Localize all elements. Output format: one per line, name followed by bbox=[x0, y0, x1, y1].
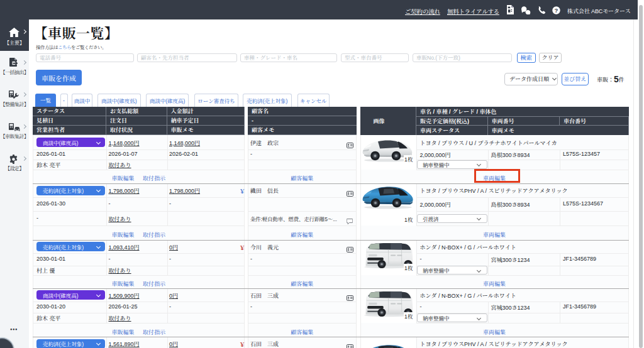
svg-text:?: ? bbox=[555, 7, 558, 14]
